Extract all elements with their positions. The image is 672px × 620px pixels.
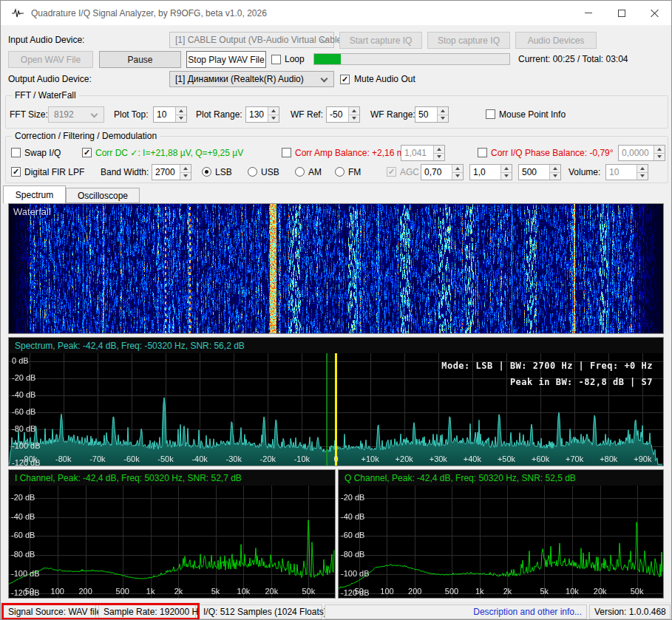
chevron-down-icon — [91, 111, 98, 118]
volume-value[interactable]: 10 — [606, 165, 637, 180]
agc-checkbox[interactable] — [387, 167, 396, 177]
radio-lsb[interactable] — [202, 167, 211, 177]
stop-capture-button[interactable]: Stop capture IQ — [427, 32, 510, 49]
agc-decay-value[interactable]: 1,0 — [470, 165, 500, 180]
status-sample-rate: Sample Rate: 192000 Hz — [98, 604, 196, 619]
spinner-down-arrow[interactable] — [550, 172, 560, 180]
spinner-down-arrow[interactable] — [654, 153, 665, 161]
start-capture-button[interactable]: Start capture IQ — [339, 32, 422, 49]
corr-phase-label[interactable]: Corr I/Q Phase Balance: -0,79° — [491, 145, 614, 161]
wf-range-value[interactable]: 50 — [415, 107, 437, 122]
corr-dc-label[interactable]: Corr DC ✓: I=+21,88 µV, Q=+9,25 µV — [95, 145, 243, 161]
plot-range-value[interactable]: 130 — [246, 107, 268, 122]
spinner-down-arrow[interactable] — [180, 172, 191, 180]
close-button[interactable] — [638, 1, 671, 25]
loop-checkbox[interactable] — [271, 55, 281, 64]
waterfall-canvas[interactable] — [9, 204, 663, 333]
agc-label[interactable]: AGC — [400, 164, 419, 180]
stop-play-button[interactable]: Stop Play WAV File — [186, 51, 266, 68]
spinner-up-arrow[interactable] — [550, 165, 560, 172]
bandwidth-label: Band Width: — [101, 164, 149, 180]
tab-oscilloscope[interactable]: Oscilloscope — [66, 188, 140, 203]
mute-label[interactable]: Mute Audio Out — [354, 71, 415, 87]
fft-size-select[interactable]: 8192 — [48, 106, 104, 123]
corr-amp-spinner[interactable]: 1,041 — [401, 145, 445, 161]
spinner-up-arrow[interactable] — [501, 165, 512, 172]
minimize-button[interactable] — [571, 1, 605, 25]
swap-iq-label[interactable]: Swap I/Q — [24, 145, 61, 161]
agc-attack-value[interactable]: 0,70 — [421, 165, 452, 180]
open-wav-button[interactable]: Open WAV File — [8, 51, 93, 68]
pause-button[interactable]: Pause — [99, 51, 181, 68]
i-channel-canvas[interactable] — [9, 486, 335, 598]
audio-devices-button[interactable]: Audio Devices — [515, 32, 597, 49]
agc-hang-value[interactable]: 500 — [519, 165, 549, 180]
radio-am-label[interactable]: AM — [308, 164, 322, 180]
wf-ref-spinner[interactable]: -50 — [326, 106, 360, 123]
waterfall-label: Waterfall — [13, 206, 51, 217]
mouse-point-label[interactable]: Mouse Point Info — [499, 106, 566, 123]
tab-spectrum[interactable]: Spectrum — [3, 185, 66, 203]
corr-amp-label[interactable]: Corr Amp Balance: +2,16 mV — [295, 145, 410, 161]
spinner-down-arrow[interactable] — [176, 115, 186, 123]
mute-checkbox[interactable] — [340, 75, 350, 84]
fir-lpf-label[interactable]: Digital FIR LPF — [24, 164, 84, 180]
corr-amp-value[interactable]: 1,041 — [401, 146, 433, 160]
swap-iq-checkbox[interactable] — [11, 148, 21, 157]
minimize-icon — [585, 13, 592, 13]
output-device-select[interactable]: [1] Динамики (Realtek(R) Audio) — [169, 71, 334, 87]
radio-usb[interactable] — [248, 167, 257, 177]
fir-lpf-checkbox[interactable] — [11, 167, 21, 177]
spinner-down-arrow[interactable] — [452, 172, 463, 180]
input-device-select[interactable]: [1] CABLE Output (VB-Audio Virtual Cable… — [169, 32, 334, 48]
spinner-up-arrow[interactable] — [438, 107, 448, 115]
agc-decay-spinner[interactable]: 1,0 — [469, 164, 512, 180]
spinner-down-arrow[interactable] — [349, 115, 359, 123]
corr-dc-checkbox[interactable] — [82, 148, 92, 157]
fft-size-value: 8192 — [54, 109, 74, 120]
spinner-up-arrow[interactable] — [637, 165, 648, 172]
plot-range-spinner[interactable]: 130 — [245, 106, 279, 123]
plot-top-value[interactable]: 10 — [154, 107, 175, 122]
q-channel-header: Q Channel, Peak: -42,4 dB, Freq: 50320 H… — [339, 470, 663, 486]
description-link[interactable]: Description and other info... — [473, 607, 582, 617]
spinner-down-arrow[interactable] — [434, 153, 444, 161]
radio-fm[interactable] — [335, 167, 345, 177]
agc-attack-spinner[interactable]: 0,70 — [421, 164, 464, 180]
input-device-label: Input Audio Device: — [8, 32, 84, 48]
bandwidth-value[interactable]: 2700 — [152, 165, 180, 180]
radio-am[interactable] — [295, 167, 305, 177]
spinner-down-arrow[interactable] — [438, 115, 448, 123]
spinner-up-arrow[interactable] — [452, 165, 463, 172]
volume-spinner[interactable]: 10 — [605, 164, 648, 180]
corr-phase-spinner[interactable]: 0,0000 — [618, 145, 665, 161]
corr-phase-value[interactable]: 0,0000 — [619, 146, 654, 160]
radio-usb-label[interactable]: USB — [261, 164, 279, 180]
spinner-up-arrow[interactable] — [434, 146, 444, 153]
spinner-up-arrow[interactable] — [654, 146, 665, 153]
radio-lsb-label[interactable]: LSB — [215, 164, 232, 180]
wf-ref-value[interactable]: -50 — [327, 107, 348, 122]
spinner-down-arrow[interactable] — [268, 115, 279, 123]
spinner-up-arrow[interactable] — [176, 107, 186, 115]
spinner-up-arrow[interactable] — [180, 165, 191, 172]
wf-range-spinner[interactable]: 50 — [415, 106, 449, 123]
title-bar: Quadrature I/Q Signal Analyzer, by R9OFG… — [1, 1, 671, 25]
spinner-down-arrow[interactable] — [637, 172, 648, 180]
maximize-button[interactable] — [605, 1, 638, 25]
spinner-down-arrow[interactable] — [501, 172, 512, 180]
plot-top-label: Plot Top: — [114, 106, 148, 123]
agc-hang-spinner[interactable]: 500 — [518, 164, 561, 180]
corr-amp-checkbox[interactable] — [282, 148, 291, 157]
plot-top-spinner[interactable]: 10 — [153, 106, 187, 123]
radio-fm-label[interactable]: FM — [348, 164, 361, 180]
mouse-point-checkbox[interactable] — [486, 109, 495, 119]
maximize-icon — [618, 10, 625, 17]
loop-label[interactable]: Loop — [285, 51, 305, 67]
spinner-up-arrow[interactable] — [349, 107, 359, 115]
q-channel-canvas[interactable] — [339, 486, 663, 598]
spinner-up-arrow[interactable] — [268, 107, 279, 115]
corr-phase-checkbox[interactable] — [478, 148, 487, 157]
bandwidth-spinner[interactable]: 2700 — [152, 164, 191, 180]
correction-group-title: Correction / Filtering / Demodulation — [12, 131, 160, 141]
